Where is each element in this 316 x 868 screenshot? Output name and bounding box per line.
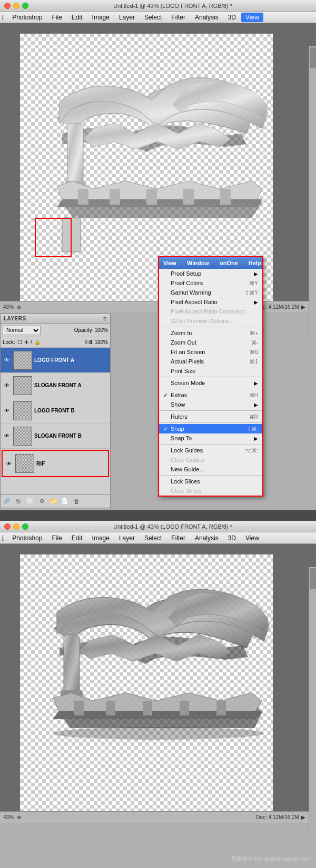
menu-item-snap[interactable]: ✓Snap ⇧⌘; — [159, 424, 262, 433]
layer-visibility-icon-4[interactable]: 👁 — [5, 459, 13, 468]
menu-view[interactable]: View — [241, 13, 263, 22]
arrow-icon[interactable]: ▶ — [301, 304, 305, 310]
menu-3d[interactable]: 3D — [224, 13, 240, 22]
menu-photoshop[interactable]: Photoshop — [8, 13, 46, 22]
lock-move-icon[interactable]: ✛ — [24, 339, 28, 345]
scrollbar-vertical[interactable] — [309, 46, 316, 336]
menu-filter[interactable]: Filter — [167, 13, 190, 22]
menu-file[interactable]: File — [48, 13, 66, 22]
zoom-icon[interactable]: ⊕ — [17, 304, 21, 310]
arrow-icon-b[interactable]: ▶ — [301, 814, 305, 820]
add-style-icon[interactable]: fx — [14, 497, 23, 506]
link-layers-icon[interactable]: 🔗 — [3, 497, 11, 506]
folder-icon[interactable]: 📁 — [49, 497, 57, 506]
menu-item-new-guide[interactable]: New Guide... — [159, 465, 262, 474]
menu-item-proof-colors[interactable]: Proof Colors ⌘Y — [159, 278, 262, 288]
scrollbar-vertical-b[interactable] — [309, 567, 316, 834]
layer-visibility-icon-0[interactable]: 👁 — [3, 356, 11, 365]
menu-analysis[interactable]: Analysis — [191, 13, 223, 22]
zoom-icon-b[interactable]: ⊕ — [17, 814, 21, 820]
menu-edit-b[interactable]: Edit — [67, 533, 87, 543]
add-layer-icon[interactable]: 📄 — [61, 497, 69, 506]
menu-image-b[interactable]: Image — [88, 533, 114, 543]
fill-control: Fill: 100% — [85, 339, 108, 345]
menu-item-fit-on-screen[interactable]: Fit on Screen ⌘0 — [159, 347, 262, 357]
minimize-button[interactable] — [13, 3, 19, 9]
menu-edit[interactable]: Edit — [67, 13, 87, 22]
traffic-lights-top[interactable] — [4, 3, 28, 9]
lock-paint-icon[interactable]: / — [31, 339, 32, 345]
layer-row-logo-front-a[interactable]: 👁 LOGO FRONT A — [1, 348, 110, 373]
add-mask-icon[interactable]: ⬜ — [26, 497, 34, 506]
menu-item-gamut-warning[interactable]: Gamut Warning ⇧⌘Y — [159, 288, 262, 297]
layer-visibility-icon-1[interactable]: 👁 — [3, 381, 11, 390]
svg-rect-11 — [106, 701, 115, 715]
zoom-display: 43% — [3, 304, 14, 310]
menu-3d-b[interactable]: 3D — [224, 533, 240, 543]
menu-filter-b[interactable]: Filter — [167, 533, 190, 543]
view-menu-title-onone[interactable]: onOne — [220, 260, 238, 266]
svg-rect-12 — [143, 701, 152, 715]
menu-item-print-size[interactable]: Print Size — [159, 366, 262, 376]
apple-icon[interactable]:  — [2, 13, 5, 22]
menu-item-zoom-in[interactable]: Zoom In ⌘+ — [159, 328, 262, 338]
close-button-b[interactable] — [4, 523, 11, 530]
layers-options-icon[interactable]: ≡ — [103, 315, 107, 322]
svg-rect-14 — [216, 701, 226, 715]
layer-row-logo-front-b[interactable]: 👁 LOGO FRONT B — [1, 398, 110, 423]
layer-row-slogan-front-a[interactable]: 👁 SLOGAN FRONT A — [1, 373, 110, 398]
window-title-bottom: Untitled-1 @ 43% (LOGO FRONT A, RGB/8) * — [34, 523, 312, 530]
menu-item-extras[interactable]: ✓Extras ⌘H — [159, 390, 262, 400]
blend-mode-select[interactable]: Normal — [3, 326, 41, 335]
add-adjustment-icon[interactable]: ⊕ — [37, 497, 46, 506]
menu-item-proof-setup[interactable]: Proof Setup ▶ — [159, 269, 262, 278]
view-menu-title-help[interactable]: Help — [249, 260, 261, 266]
view-menu-title-view[interactable]: View — [163, 260, 176, 266]
layer-row-slogan-front-b[interactable]: 👁 SLOGAN FRONT B — [1, 423, 110, 449]
layers-panel-header: LAYERS ≡ — [1, 314, 110, 324]
menu-item-pixel-aspect-ratio[interactable]: Pixel Aspect Ratio ▶ — [159, 297, 262, 307]
menu-item-screen-mode[interactable]: Screen Mode ▶ — [159, 378, 262, 388]
menu-item-snap-to[interactable]: Snap To ▶ — [159, 433, 262, 443]
maximize-button-b[interactable] — [22, 523, 28, 530]
menu-layer-b[interactable]: Layer — [115, 533, 139, 543]
menu-item-actual-pixels[interactable]: Actual Pixels ⌘1 — [159, 357, 262, 366]
menu-item-rulers[interactable]: Rulers ⌘R — [159, 412, 262, 421]
menu-analysis-b[interactable]: Analysis — [191, 533, 223, 543]
menu-select-b[interactable]: Select — [140, 533, 166, 543]
view-menu-title-window[interactable]: Window — [187, 260, 209, 266]
menu-layer[interactable]: Layer — [115, 13, 139, 22]
separator-3 — [159, 389, 262, 389]
scrollbar-thumb-b[interactable] — [310, 568, 316, 589]
opacity-value[interactable]: 100% — [94, 327, 108, 333]
menu-item-pixel-aspect-correction: Pixel Aspect Ratio Correction — [159, 307, 262, 316]
opacity-control: Opacity: 100% — [74, 327, 108, 333]
lock-normal-icon[interactable]: ☐ — [17, 339, 22, 345]
layer-visibility-icon-3[interactable]: 👁 — [3, 432, 11, 440]
layer-visibility-icon-2[interactable]: 👁 — [3, 407, 11, 415]
scrollbar-thumb[interactable] — [310, 47, 316, 68]
maximize-button[interactable] — [22, 3, 28, 9]
close-button[interactable] — [4, 3, 11, 9]
minimize-button-b[interactable] — [13, 523, 19, 530]
menu-file-b[interactable]: File — [48, 533, 66, 543]
delete-layer-icon[interactable]: 🗑 — [72, 497, 81, 506]
menu-item-lock-guides[interactable]: Lock Guides ⌥⌘; — [159, 446, 262, 455]
menu-item-show[interactable]: Show ▶ — [159, 400, 262, 409]
layer-thumbnail-1 — [13, 376, 32, 395]
layer-name-3: SLOGAN FRONT B — [34, 433, 82, 439]
layer-row-rif[interactable]: 👁 RIF — [3, 451, 108, 476]
menu-image[interactable]: Image — [88, 13, 114, 22]
traffic-lights-bottom[interactable] — [4, 523, 28, 530]
menu-photoshop-b[interactable]: Photoshop — [8, 533, 46, 543]
fill-value[interactable]: 100% — [94, 339, 108, 345]
apple-icon-b[interactable]:  — [2, 534, 5, 542]
svg-rect-3 — [110, 189, 120, 205]
canvas-area-bottom: 43% ⊕ Doc: 4,12M/16,2M ▶ — [0, 544, 316, 823]
menu-select[interactable]: Select — [140, 13, 166, 22]
menu-item-lock-slices[interactable]: Lock Slices — [159, 477, 262, 486]
menu-view-b[interactable]: View — [241, 533, 263, 543]
rif-red-border: 👁 RIF — [2, 450, 109, 477]
lock-all-icon[interactable]: 🔒 — [34, 339, 41, 345]
menu-item-zoom-out[interactable]: Zoom Out ⌘- — [159, 338, 262, 347]
